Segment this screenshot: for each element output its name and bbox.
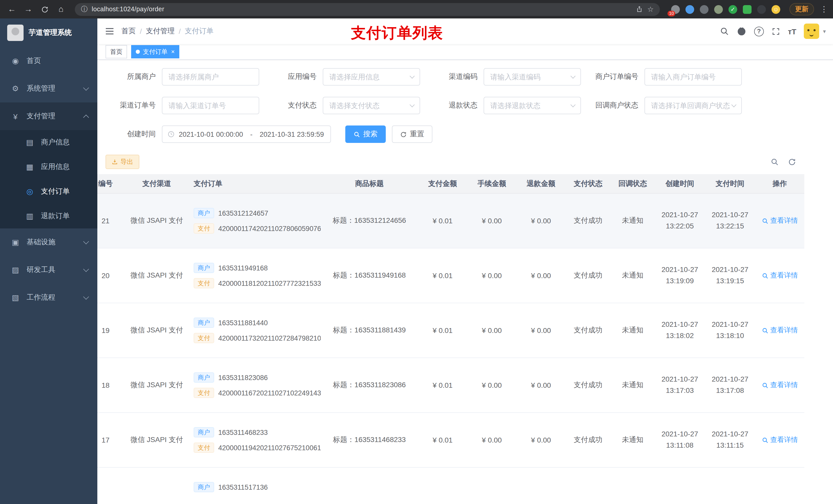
avatar[interactable]	[804, 24, 819, 39]
sidebar-item[interactable]: ▤ 商户信息	[0, 130, 97, 155]
font-size-icon[interactable]: тT	[788, 27, 796, 35]
filter-input[interactable]	[323, 68, 420, 86]
menu-item-icon: ¥	[10, 112, 21, 121]
refresh-icon	[400, 131, 407, 138]
filter-input[interactable]	[162, 68, 259, 86]
browser-extension-icon[interactable]: ☺	[771, 5, 780, 14]
column-header: 创建时间	[655, 174, 705, 193]
update-button[interactable]: 更新	[789, 3, 814, 15]
cell-channel: 微信 JSAPI 支付	[126, 194, 188, 248]
navbar-actions: ? тT ▾	[720, 19, 826, 44]
merchant-order-no: 1635311517136	[218, 483, 268, 491]
browser-menu-icon[interactable]: ⋮	[820, 5, 828, 14]
browser-extension-icon[interactable]	[714, 5, 723, 14]
sidebar-item[interactable]: ▨ 研发工具	[0, 256, 97, 284]
pay-badge: 支付	[194, 333, 214, 343]
github-icon[interactable]	[737, 26, 746, 36]
site-info-icon[interactable]: ⓘ	[81, 5, 88, 14]
cell-title	[321, 467, 418, 504]
app-title: 芋道管理系统	[29, 28, 72, 38]
pay-order-no: 4200001174202110278060590766	[218, 224, 321, 232]
back-icon[interactable]: ←	[5, 3, 19, 16]
filter-label: 退款状态	[427, 101, 484, 110]
menu-item-icon: ▧	[10, 293, 21, 302]
cell-notify-status: 未通知	[611, 248, 655, 303]
filter-input[interactable]	[484, 68, 581, 86]
cell-action: 查看详情	[755, 248, 804, 303]
column-header: 退款金额	[516, 174, 566, 193]
pay-badge: 支付	[194, 223, 214, 234]
cell-pay-status: 支付成功	[566, 303, 611, 358]
sidebar-item[interactable]: ◉ 首页	[0, 47, 97, 75]
cell-paid-time: 2021-10-27 13:19:15	[705, 248, 755, 303]
view-detail-link[interactable]: 查看详情	[762, 435, 798, 445]
cell-notify-status	[611, 467, 655, 504]
filter-label: 创建时间	[105, 129, 162, 139]
table-refresh-icon[interactable]	[788, 158, 796, 166]
merchant-order-line: 商户 1635311468233	[194, 427, 268, 437]
table-search-icon[interactable]	[770, 158, 779, 166]
sidebar-item[interactable]: ▥ 退款订单	[0, 204, 97, 229]
app-logo[interactable]: 芋道管理系统	[0, 19, 97, 47]
table-row[interactable]: 19 微信 JSAPI 支付 商户 1635311881440 支付 42000…	[97, 303, 804, 358]
sidebar-item[interactable]: ▧ 工作流程	[0, 284, 97, 311]
orders-table: 编号支付渠道支付订单商品标题支付金额手续金额退款金额支付状态回调状态创建时间支付…	[97, 174, 833, 504]
table-row[interactable]: 17 微信 JSAPI 支付 商户 1635311468233 支付 42000…	[97, 413, 804, 467]
pay-order-line: 支付 4200001174202110278060590766	[194, 223, 321, 234]
help-icon[interactable]: ?	[754, 26, 764, 36]
sidebar-item[interactable]: ⚙ 系统管理	[0, 75, 97, 102]
sidebar-item[interactable]: ▣ 基础设施	[0, 229, 97, 256]
tab-close-icon[interactable]: ×	[171, 48, 175, 55]
tab[interactable]: 首页 ×	[105, 45, 127, 58]
cell-channel: 微信 JSAPI 支付	[126, 303, 188, 358]
sidebar-item[interactable]: ▦ 应用信息	[0, 155, 97, 179]
fullscreen-icon[interactable]	[771, 27, 780, 35]
export-button[interactable]: 导出	[105, 155, 139, 169]
view-detail-link[interactable]: 查看详情	[762, 326, 798, 335]
forward-icon[interactable]: →	[22, 3, 35, 16]
browser-extension-icon[interactable]	[700, 5, 709, 14]
sidebar-item[interactable]: ◎ 支付订单	[0, 179, 97, 204]
cell-fee-amount: ¥ 0.00	[467, 413, 516, 467]
avatar-caret-icon[interactable]: ▾	[823, 28, 826, 34]
reload-icon[interactable]	[38, 3, 51, 16]
date-range-picker[interactable]: 2021-10-01 00:00:00 - 2021-10-31 23:59:5…	[162, 125, 331, 143]
breadcrumb-item[interactable]: / 支付订单	[175, 27, 214, 36]
browser-extension-icon[interactable]: ✓	[729, 5, 737, 14]
bookmark-star-icon[interactable]: ☆	[647, 5, 654, 13]
filter-input[interactable]	[162, 97, 259, 114]
filter-input[interactable]	[644, 97, 742, 114]
filter-label: 渠道订单号	[105, 101, 162, 110]
filter-input[interactable]	[323, 97, 420, 114]
cell-notify-status: 未通知	[611, 194, 655, 248]
reset-button[interactable]: 重置	[392, 125, 432, 143]
cell-id: 18	[97, 358, 126, 412]
breadcrumb-item[interactable]: / 首页	[121, 27, 136, 36]
filter-input[interactable]	[644, 68, 742, 86]
browser-extension-icon[interactable]	[686, 5, 694, 14]
breadcrumb-item[interactable]: / 支付管理	[136, 27, 175, 36]
table-row[interactable]: 20 微信 JSAPI 支付 商户 1635311949168 支付 42000…	[97, 248, 804, 303]
home-icon[interactable]: ⌂	[54, 3, 68, 16]
table-row[interactable]: 商户 1635311517136 支付	[97, 467, 804, 504]
search-button[interactable]: 搜索	[345, 125, 386, 143]
top-navbar: / 首页 / 支付管理 / 支付订单 支付订单列表 ?	[97, 19, 833, 44]
table-row[interactable]: 21 微信 JSAPI 支付 商户 1635312124657 支付 42000…	[97, 194, 804, 248]
view-detail-link[interactable]: 查看详情	[762, 271, 798, 280]
tab[interactable]: 支付订单 ×	[131, 45, 179, 58]
browser-extension-icon[interactable]: 10	[671, 5, 680, 14]
share-icon[interactable]	[636, 6, 643, 13]
column-header: 操作	[755, 174, 804, 193]
pay-order-no: 4200001167202110271022491439	[218, 389, 321, 397]
filter-input[interactable]	[484, 97, 581, 114]
table-row[interactable]: 18 微信 JSAPI 支付 商户 1635311823086 支付 42000…	[97, 358, 804, 413]
search-icon[interactable]	[720, 27, 729, 36]
pay-order-no: 4200001194202110276752100612	[218, 444, 321, 452]
hamburger-icon[interactable]	[105, 27, 114, 35]
view-detail-link[interactable]: 查看详情	[762, 381, 798, 390]
browser-extension-icon[interactable]	[757, 5, 766, 14]
sidebar-item[interactable]: ¥ 支付管理	[0, 102, 97, 130]
view-detail-link[interactable]: 查看详情	[762, 216, 798, 225]
address-bar[interactable]: ⓘ localhost:1024/pay/order ☆	[75, 3, 660, 16]
browser-extension-icon[interactable]	[743, 5, 752, 14]
